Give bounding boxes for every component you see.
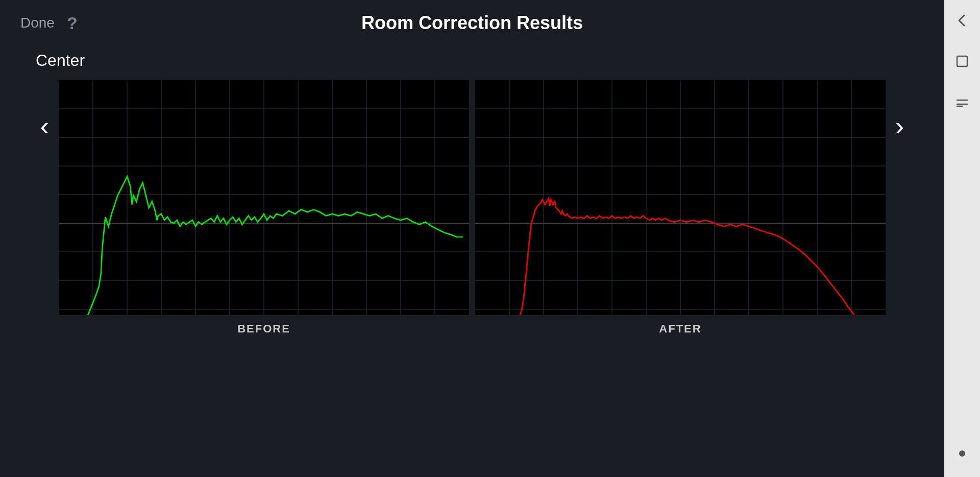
layout-icon[interactable]	[952, 92, 972, 112]
help-icon[interactable]: ?	[67, 13, 78, 33]
before-grid	[59, 80, 469, 315]
charts-row: ‹	[31, 80, 914, 467]
page-title: Room Correction Results	[361, 12, 583, 34]
before-chart-wrapper: BEFORE	[59, 80, 469, 336]
dot-indicator	[959, 450, 965, 457]
charts-container: BEFORE	[59, 80, 886, 336]
screen-icon[interactable]	[952, 51, 972, 71]
header: Done ? Room Correction Results	[0, 0, 944, 46]
main-area: Done ? Room Correction Results Center ‹	[0, 0, 944, 477]
after-chart	[475, 80, 886, 315]
svg-rect-42	[957, 56, 967, 66]
right-arrow-button[interactable]: ›	[886, 80, 914, 141]
after-grid	[475, 80, 886, 315]
sidebar	[944, 0, 980, 477]
content-area: Center ‹	[0, 46, 944, 477]
speaker-label: Center	[36, 51, 914, 70]
left-arrow-button[interactable]: ‹	[31, 80, 59, 141]
before-label: BEFORE	[237, 322, 290, 336]
back-icon[interactable]	[952, 10, 972, 31]
after-chart-wrapper: AFTER	[475, 80, 886, 336]
done-button[interactable]: Done	[20, 15, 55, 31]
after-label: AFTER	[659, 322, 701, 336]
before-chart	[59, 80, 469, 315]
